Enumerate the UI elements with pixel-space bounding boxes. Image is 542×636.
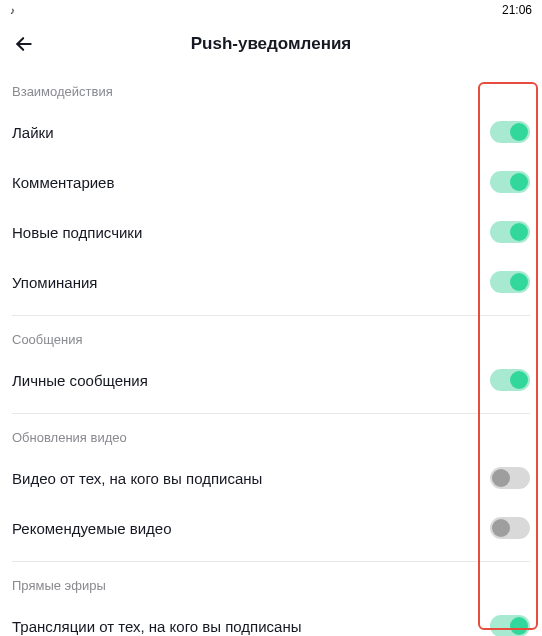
toggle-recommended-videos[interactable] bbox=[490, 517, 530, 539]
toggle-direct-messages[interactable] bbox=[490, 369, 530, 391]
setting-label: Новые подписчики bbox=[12, 224, 142, 241]
section-header-live: Прямые эфиры bbox=[12, 562, 530, 601]
back-button[interactable] bbox=[12, 32, 36, 56]
status-time: 21:06 bbox=[502, 3, 532, 17]
toggle-new-followers[interactable] bbox=[490, 221, 530, 243]
toggle-live-followed[interactable] bbox=[490, 615, 530, 636]
setting-label: Лайки bbox=[12, 124, 54, 141]
setting-row: Рекомендуемые видео bbox=[12, 503, 530, 553]
setting-row: Видео от тех, на кого вы подписаны bbox=[12, 453, 530, 503]
toggle-comments[interactable] bbox=[490, 171, 530, 193]
section-header-messages: Сообщения bbox=[12, 316, 530, 355]
setting-label: Видео от тех, на кого вы подписаны bbox=[12, 470, 262, 487]
setting-row: Комментариев bbox=[12, 157, 530, 207]
header: Push-уведомления bbox=[0, 20, 542, 68]
arrow-left-icon bbox=[14, 34, 34, 54]
setting-row: Трансляции от тех, на кого вы подписаны bbox=[12, 601, 530, 636]
status-bar: ♪ 21:06 bbox=[0, 0, 542, 20]
toggle-mentions[interactable] bbox=[490, 271, 530, 293]
setting-row: Личные сообщения bbox=[12, 355, 530, 405]
setting-label: Упоминания bbox=[12, 274, 97, 291]
settings-content: Взаимодействия Лайки Комментариев Новые … bbox=[0, 68, 542, 636]
setting-row: Упоминания bbox=[12, 257, 530, 307]
setting-label: Трансляции от тех, на кого вы подписаны bbox=[12, 618, 302, 635]
toggle-likes[interactable] bbox=[490, 121, 530, 143]
setting-row: Новые подписчики bbox=[12, 207, 530, 257]
setting-label: Рекомендуемые видео bbox=[12, 520, 172, 537]
status-app-icon: ♪ bbox=[10, 5, 15, 16]
setting-label: Личные сообщения bbox=[12, 372, 148, 389]
toggle-followed-videos[interactable] bbox=[490, 467, 530, 489]
page-title: Push-уведомления bbox=[191, 34, 352, 54]
setting-label: Комментариев bbox=[12, 174, 114, 191]
section-header-video-updates: Обновления видео bbox=[12, 414, 530, 453]
section-header-interactions: Взаимодействия bbox=[12, 68, 530, 107]
setting-row: Лайки bbox=[12, 107, 530, 157]
